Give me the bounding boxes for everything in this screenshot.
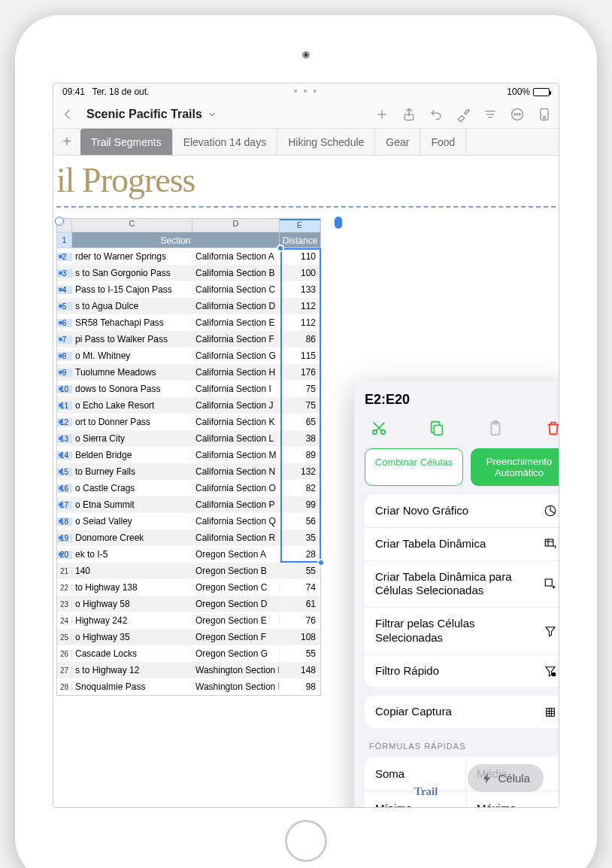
cell-e[interactable]: 148 bbox=[280, 665, 320, 675]
cell-fab-button[interactable]: Célula bbox=[468, 764, 544, 792]
menu-pivot-selected[interactable]: Criar Tabela Dinâmica para Células Selec… bbox=[365, 561, 559, 609]
tab-food[interactable]: Food bbox=[420, 129, 466, 155]
back-icon[interactable] bbox=[59, 106, 76, 123]
row-index[interactable]: 24 bbox=[57, 617, 72, 625]
table-row[interactable]: 3s to San Gorgonio PassCalifornia Sectio… bbox=[57, 265, 320, 281]
table-row[interactable]: 11o Echo Lake ResortCalifornia Section J… bbox=[57, 397, 320, 414]
row-index[interactable]: 10 bbox=[57, 385, 72, 393]
table-row[interactable]: 7pi Pass to Walker PassCalifornia Sectio… bbox=[57, 331, 320, 348]
organize-icon[interactable] bbox=[482, 106, 498, 123]
row-index[interactable]: 28 bbox=[57, 683, 72, 691]
cell-e[interactable]: 115 bbox=[280, 351, 320, 361]
cell-d[interactable]: California Section K bbox=[192, 417, 280, 427]
row-index[interactable]: 13 bbox=[57, 435, 72, 443]
table-row[interactable]: 16o Castle CragsCalifornia Section O82 bbox=[57, 480, 320, 496]
cell-d[interactable]: California Section E bbox=[192, 317, 280, 328]
table-row[interactable]: 27s to Highway 12Washington Section H148 bbox=[57, 662, 320, 678]
row-index[interactable]: 19 bbox=[57, 534, 72, 542]
cell-e[interactable]: 112 bbox=[280, 317, 320, 328]
cell-e[interactable]: 99 bbox=[280, 499, 320, 510]
cell-c[interactable]: ort to Donner Pass bbox=[72, 417, 192, 427]
table-row[interactable]: 10dows to Sonora PassCalifornia Section … bbox=[57, 381, 320, 397]
cell-d[interactable]: California Section Q bbox=[192, 516, 280, 527]
cell-c[interactable]: Donomore Creek bbox=[72, 533, 192, 543]
cell-e[interactable]: 82 bbox=[280, 483, 320, 493]
share-icon[interactable] bbox=[401, 106, 417, 123]
row-index[interactable]: 8 bbox=[57, 352, 72, 360]
home-button[interactable] bbox=[285, 820, 327, 862]
autofill-button[interactable]: Preenchimento Automático bbox=[471, 448, 559, 486]
cell-c[interactable]: o Highway 35 bbox=[72, 632, 192, 642]
table-row[interactable]: 26Cascade LocksOregon Section G55 bbox=[57, 645, 320, 662]
document-options-icon[interactable] bbox=[536, 106, 553, 123]
cell-d[interactable]: California Section O bbox=[192, 483, 280, 493]
table-row[interactable]: 17o Etna SummitCalifornia Section P99 bbox=[57, 496, 320, 513]
cell-e[interactable]: 28 bbox=[280, 549, 320, 560]
cell-c[interactable]: Snoqualmie Pass bbox=[72, 681, 192, 692]
table-row[interactable]: 6SR58 Tehachapi PassCalifornia Section E… bbox=[57, 314, 320, 331]
cell-e[interactable]: 35 bbox=[280, 533, 320, 543]
cell-d[interactable]: Oregon Section F bbox=[192, 632, 280, 642]
delete-icon[interactable] bbox=[544, 418, 559, 438]
cell-d[interactable]: California Section J bbox=[192, 400, 280, 411]
cell-c[interactable]: o Echo Lake Resort bbox=[72, 400, 192, 411]
tab-trail-segments[interactable]: Trail Segments bbox=[80, 129, 173, 155]
row-index[interactable]: 6 bbox=[57, 319, 72, 327]
cell-d[interactable]: Oregon Section C bbox=[192, 582, 280, 593]
cell-d[interactable]: California Section L bbox=[192, 433, 280, 444]
tab-hiking-schedule[interactable]: Hiking Schedule bbox=[277, 129, 375, 155]
table-row[interactable]: 28Snoqualmie PassWashington Section I98 bbox=[57, 678, 320, 695]
row-index[interactable]: 9 bbox=[57, 369, 72, 377]
cell-e[interactable]: 74 bbox=[280, 582, 320, 593]
cell-d[interactable]: California Section H bbox=[192, 367, 280, 378]
column-header-e[interactable]: E bbox=[280, 219, 320, 232]
cell-d[interactable]: Oregon Section D bbox=[192, 599, 280, 609]
row-index[interactable]: 12 bbox=[57, 418, 72, 426]
cell-c[interactable]: s to Agua Dulce bbox=[72, 301, 192, 311]
cell-e[interactable]: 38 bbox=[280, 433, 320, 444]
insert-icon[interactable] bbox=[374, 106, 390, 123]
cell-d[interactable]: California Section R bbox=[192, 533, 280, 543]
cell-d[interactable]: California Section B bbox=[192, 268, 280, 278]
menu-filter-selected[interactable]: Filtrar pelas Células Selecionadas bbox=[365, 608, 559, 655]
row-index[interactable]: 25 bbox=[57, 633, 72, 642]
cell-d[interactable]: Oregon Section A bbox=[192, 549, 280, 560]
cell-c[interactable]: 140 bbox=[72, 566, 192, 576]
row-index[interactable]: 17 bbox=[57, 501, 72, 509]
tab-gear[interactable]: Gear bbox=[375, 129, 420, 155]
column-header-d[interactable]: D bbox=[192, 219, 280, 232]
menu-new-chart[interactable]: Criar Novo Gráfico bbox=[365, 495, 559, 528]
cell-e[interactable]: 112 bbox=[280, 301, 320, 311]
cell-c[interactable]: o Sierra City bbox=[72, 433, 192, 444]
cell-c[interactable]: dows to Sonora Pass bbox=[72, 384, 192, 394]
table-row[interactable]: 23o Highway 58Oregon Section D61 bbox=[57, 596, 320, 612]
row-index[interactable]: 26 bbox=[57, 650, 72, 658]
cell-d[interactable]: California Section A bbox=[192, 251, 280, 262]
menu-pivot-table[interactable]: Criar Tabela Dinâmica bbox=[365, 528, 559, 561]
cell-e[interactable]: 76 bbox=[280, 615, 320, 626]
cell-e[interactable]: 86 bbox=[280, 334, 320, 344]
cell-e[interactable]: 61 bbox=[280, 599, 320, 609]
header-section[interactable]: Section bbox=[72, 232, 280, 247]
add-sheet-button[interactable]: + bbox=[53, 129, 80, 155]
menu-copy-snapshot[interactable]: Copiar Captura bbox=[365, 696, 559, 728]
cell-c[interactable]: ek to I-5 bbox=[72, 549, 192, 560]
table-row[interactable]: 4Pass to I-15 Cajon PassCalifornia Secti… bbox=[57, 281, 320, 298]
cell-e[interactable]: 98 bbox=[280, 681, 320, 692]
cell-e[interactable]: 75 bbox=[280, 384, 320, 394]
cell-c[interactable]: o Mt. Whitney bbox=[72, 351, 192, 361]
table-row[interactable]: 5s to Agua DulceCalifornia Section D112 bbox=[57, 298, 320, 314]
table-row[interactable]: 13o Sierra CityCalifornia Section L38 bbox=[57, 430, 320, 447]
cell-c[interactable]: rder to Warner Springs bbox=[72, 251, 192, 262]
row-index[interactable]: 3 bbox=[57, 269, 72, 278]
column-header-c[interactable]: C bbox=[72, 219, 192, 232]
cell-e[interactable]: 75 bbox=[280, 400, 320, 411]
cell-c[interactable]: Belden Bridge bbox=[72, 450, 192, 460]
cell-e[interactable]: 110 bbox=[280, 251, 320, 262]
cell-e[interactable]: 56 bbox=[280, 516, 320, 527]
cell-c[interactable]: o Highway 58 bbox=[72, 599, 192, 609]
table-row[interactable]: 19Donomore CreekCalifornia Section R35 bbox=[57, 530, 320, 546]
formula-max[interactable]: Máximo bbox=[466, 791, 559, 807]
cell-c[interactable]: o Etna Summit bbox=[72, 499, 192, 510]
row-index[interactable]: 11 bbox=[57, 402, 72, 410]
